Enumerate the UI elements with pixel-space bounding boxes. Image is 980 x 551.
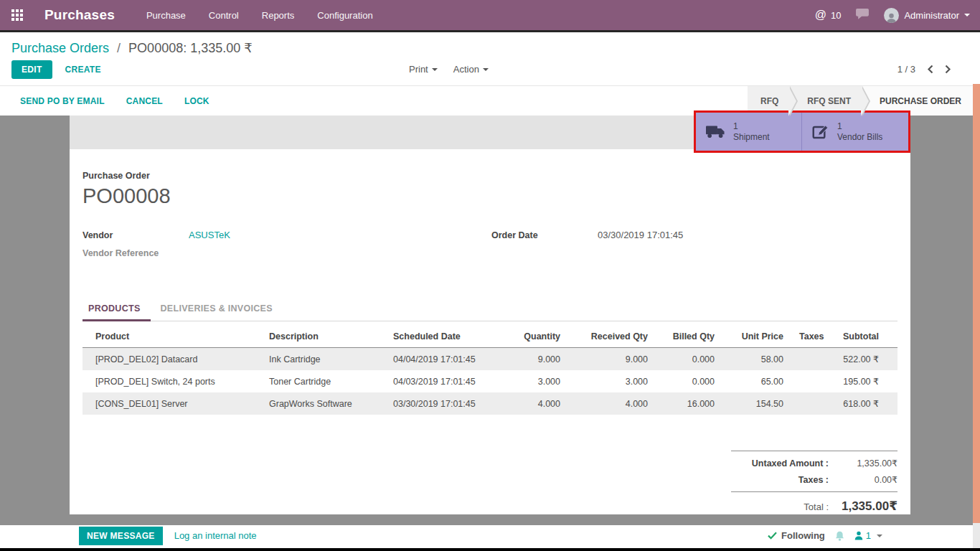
cancel-button[interactable]: CANCEL	[126, 96, 163, 106]
table-row[interactable]: [CONS_DEL01] Server GrapWorks Software 0…	[83, 392, 897, 415]
followers-count: 1	[866, 530, 871, 541]
vendor-label: Vendor	[83, 230, 189, 240]
chatter-right: Following 1	[768, 530, 882, 542]
shipment-label: Shipment	[733, 132, 770, 143]
breadcrumb: Purchase Orders / PO00008: 1,335.00 ₹	[0, 32, 980, 58]
shipment-smart-button-text: 1 Shipment	[733, 121, 770, 143]
field-vendor-reference: Vendor Reference	[83, 248, 491, 258]
action-label: Action	[453, 64, 479, 75]
activity-count: 10	[831, 10, 841, 21]
cell-subtotal: 195.00 ₹	[834, 370, 897, 392]
cell-description: GrapWorks Software	[263, 392, 387, 415]
vendor-bills-smart-button[interactable]: 1 Vendor Bills	[802, 113, 908, 151]
cell-subtotal: 618.00 ₹	[834, 392, 897, 415]
cell-unit-price: 58.00	[725, 348, 793, 371]
cell-taxes	[793, 348, 834, 371]
pencil-square-icon	[812, 124, 829, 139]
pager-previous-icon[interactable]	[927, 65, 933, 74]
pager-value: 1 / 3	[897, 64, 915, 75]
chevron-down-icon	[877, 534, 882, 537]
col-subtotal[interactable]: Subtotal	[834, 326, 897, 348]
cell-taxes	[793, 392, 834, 415]
col-billed-qty[interactable]: Billed Qty	[658, 326, 725, 348]
print-label: Print	[409, 64, 428, 75]
cell-quantity: 4.000	[504, 392, 570, 415]
menu-purchase[interactable]: Purchase	[146, 10, 186, 21]
pager-next-icon[interactable]	[945, 65, 951, 74]
main-menu: Purchase Control Reports Configuration	[146, 10, 373, 21]
order-lines-table: Product Description Scheduled Date Quant…	[83, 326, 897, 415]
table-header-row: Product Description Scheduled Date Quant…	[83, 326, 897, 348]
menu-control[interactable]: Control	[209, 10, 239, 21]
pager: 1 / 3	[897, 64, 969, 75]
cp-dropdowns: Print Action	[409, 64, 489, 75]
tab-products[interactable]: PRODUCTS	[83, 296, 151, 321]
col-quantity[interactable]: Quantity	[504, 326, 570, 348]
chatter-bar: NEW MESSAGE Log an internal note Followi…	[0, 525, 980, 546]
cell-description: Ink Cartridge	[263, 348, 387, 371]
vendor-bills-label: Vendor Bills	[837, 132, 882, 143]
bell-icon[interactable]	[834, 530, 845, 542]
tab-deliveries-invoices[interactable]: DELIVERIES & INVOICES	[151, 296, 283, 321]
col-product[interactable]: Product	[83, 326, 263, 348]
page-title: PO00008	[83, 184, 897, 208]
following-toggle[interactable]: Following	[768, 530, 825, 541]
cell-scheduled-date: 04/03/2019 17:01:45	[387, 370, 504, 392]
col-unit-price[interactable]: Unit Price	[725, 326, 793, 348]
cell-quantity: 3.000	[504, 370, 570, 392]
control-panel-buttons: EDIT CREATE Print Action 1 / 3	[0, 58, 980, 85]
send-po-by-email-button[interactable]: SEND PO BY EMAIL	[20, 96, 105, 106]
cell-scheduled-date: 03/30/2019 17:01:45	[387, 392, 504, 415]
sheet-body: Purchase Order PO00008 Vendor ASUSTeK Ve…	[70, 149, 910, 517]
cell-description: Toner Cartridge	[263, 370, 387, 392]
cell-subtotal: 522.00 ₹	[834, 348, 897, 371]
chevron-down-icon	[483, 68, 489, 71]
vendor-reference-label: Vendor Reference	[83, 248, 189, 258]
breadcrumb-current: PO00008: 1,335.00 ₹	[128, 41, 253, 55]
new-message-button[interactable]: NEW MESSAGE	[79, 527, 163, 545]
log-internal-note-button[interactable]: Log an internal note	[174, 530, 257, 541]
taxes-value: 0.00₹	[829, 474, 897, 485]
edit-button[interactable]: EDIT	[11, 60, 52, 79]
col-scheduled-date[interactable]: Scheduled Date	[387, 326, 504, 348]
vendor-value-link[interactable]: ASUSTeK	[189, 230, 230, 240]
shipment-count: 1	[733, 121, 770, 132]
table-row[interactable]: [PROD_DEL] Switch, 24 ports Toner Cartri…	[83, 370, 897, 392]
totals-block: Untaxed Amount : 1,335.00₹ Taxes : 0.00₹…	[731, 451, 897, 517]
table-row[interactable]: [PROD_DEL02] Datacard Ink Cartridge 04/0…	[83, 348, 897, 371]
total-row: Total : 1,335.00₹	[731, 491, 897, 517]
app-name[interactable]: Purchases	[44, 7, 115, 23]
vendor-bills-smart-button-text: 1 Vendor Bills	[837, 121, 882, 143]
taxes-row: Taxes : 0.00₹	[731, 471, 897, 488]
apps-grid-icon[interactable]	[11, 8, 26, 22]
breadcrumb-separator: /	[117, 41, 121, 55]
activities-counter[interactable]: @ 10	[815, 9, 842, 22]
print-dropdown[interactable]: Print	[409, 64, 438, 75]
truck-icon	[706, 125, 725, 138]
col-taxes[interactable]: Taxes	[793, 326, 834, 348]
menu-reports[interactable]: Reports	[262, 10, 295, 21]
messages-icon[interactable]	[855, 8, 870, 22]
bottom-strip	[0, 548, 980, 551]
statusbar-buttons: SEND PO BY EMAIL CANCEL LOCK	[0, 86, 209, 116]
scrollbar-thumb[interactable]	[973, 84, 980, 523]
cell-product: [CONS_DEL01] Server	[83, 392, 263, 415]
breadcrumb-purchase-orders[interactable]: Purchase Orders	[11, 41, 109, 55]
col-received-qty[interactable]: Received Qty	[570, 326, 658, 348]
create-button[interactable]: CREATE	[65, 65, 101, 75]
menu-configuration[interactable]: Configuration	[317, 10, 372, 21]
shipment-smart-button[interactable]: 1 Shipment	[696, 113, 802, 151]
cell-unit-price: 65.00	[725, 370, 793, 392]
content-area: 1 Shipment 1 Vendor Bills Purchase Order…	[0, 116, 980, 525]
cell-scheduled-date: 04/04/2019 17:01:45	[387, 348, 504, 371]
taxes-label: Taxes :	[731, 475, 829, 485]
followers-menu[interactable]: 1	[854, 530, 882, 541]
doc-type-label: Purchase Order	[83, 149, 897, 181]
following-label: Following	[781, 530, 825, 541]
action-dropdown[interactable]: Action	[453, 64, 489, 75]
notebook-tabs: PRODUCTS DELIVERIES & INVOICES	[83, 296, 897, 321]
field-vendor: Vendor ASUSTeK	[83, 230, 491, 240]
user-menu[interactable]: Administrator	[884, 8, 970, 23]
lock-button[interactable]: LOCK	[184, 96, 209, 106]
col-description[interactable]: Description	[263, 326, 387, 348]
